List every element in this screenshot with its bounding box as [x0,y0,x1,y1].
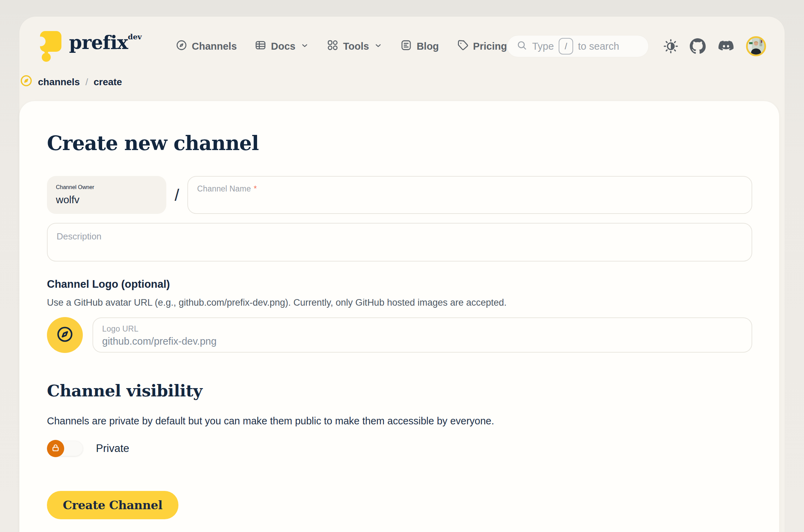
channel-name-field[interactable]: Channel Name* [187,176,752,214]
nav-label: Channels [192,41,237,52]
compass-icon [20,75,32,89]
channel-visibility-heading: Channel visibility [47,381,752,400]
tag-icon [457,39,469,53]
theme-toggle-icon[interactable] [663,39,678,54]
chevron-down-icon [374,41,382,52]
github-icon[interactable] [689,38,706,55]
private-toggle[interactable] [47,440,84,457]
logo-preview [47,317,83,353]
breadcrumb: channels / create [19,75,785,89]
visibility-toggle-row: Private [47,440,752,457]
create-channel-button[interactable]: Create Channel [47,491,178,519]
channel-visibility-description: Channels are private by default but you … [47,415,752,427]
main-sheet: prefixdev Channels [19,17,785,532]
channel-logo-help: Use a GitHub avatar URL (e.g., github.co… [47,297,752,308]
search-placeholder-prefix: Type [532,41,554,52]
breadcrumb-create[interactable]: create [94,77,122,88]
logo-url-input[interactable] [102,336,743,347]
breadcrumb-separator: / [85,77,88,88]
logo-url-field[interactable]: Logo URL [92,317,752,353]
visibility-toggle-label: Private [96,442,129,455]
nav-item-pricing[interactable]: Pricing [457,39,507,53]
nav-label: Docs [271,41,295,52]
nav-item-tools[interactable]: Tools [327,39,382,53]
page-title: Create new channel [47,131,752,155]
discord-icon[interactable] [717,37,735,55]
brand-logo[interactable]: prefixdev [38,28,142,64]
search-input[interactable]: Type / to search [507,35,649,57]
channel-owner-field: Channel Owner wolfv [47,176,166,214]
avatar[interactable] [746,36,766,56]
owner-name-separator: / [175,186,179,205]
grid-icon [327,39,339,53]
channel-owner-label: Channel Owner [56,184,157,190]
top-nav: prefixdev Channels [19,17,785,65]
description-field[interactable] [47,223,752,262]
brand-wordmark: prefixdev [69,33,142,52]
prefix-logo-icon [38,28,63,64]
breadcrumb-channels[interactable]: channels [38,77,80,88]
brand-sup: dev [128,32,142,41]
search-placeholder-suffix: to search [578,41,619,52]
required-asterisk: * [254,184,257,193]
nav-item-blog[interactable]: Blog [400,39,439,53]
channel-logo-heading: Channel Logo (optional) [47,278,752,290]
chevron-down-icon [301,41,309,52]
document-icon [400,39,412,53]
search-icon [516,40,527,53]
lock-icon [51,443,60,454]
channel-owner-value: wolfv [56,194,157,206]
logo-row: Logo URL [47,317,752,353]
create-channel-card: Create new channel Channel Owner wolfv /… [19,101,779,532]
channel-name-label: Channel Name [197,184,251,193]
nav-label: Tools [343,41,369,52]
description-input[interactable] [57,231,743,252]
owner-name-row: Channel Owner wolfv / Channel Name* [47,176,752,214]
nav-item-channels[interactable]: Channels [176,39,237,53]
compass-icon [176,39,187,53]
channel-name-input[interactable] [197,196,743,208]
compass-icon [55,325,75,345]
logo-url-label: Logo URL [102,324,743,334]
nav-label: Blog [416,41,439,52]
nav-items: Channels Docs [176,39,507,53]
toggle-knob [47,440,64,457]
slash-keycap: / [559,38,573,55]
nav-label: Pricing [473,41,507,52]
table-icon [255,39,266,53]
nav-item-docs[interactable]: Docs [255,39,309,53]
top-icon-group [663,36,766,56]
